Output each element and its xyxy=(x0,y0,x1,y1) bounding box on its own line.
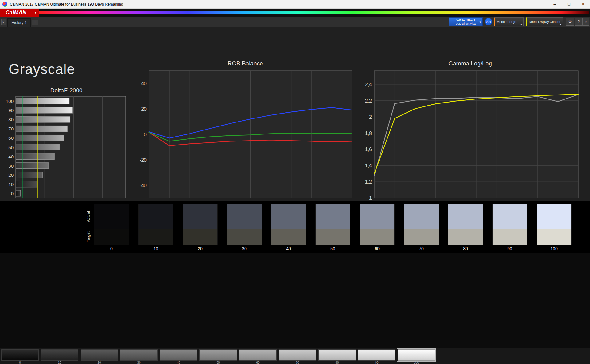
logo-dropdown-arrow-icon[interactable]: ▼ xyxy=(32,9,39,17)
gamma-chart: Gamma Log/Log 010203040506070809010011,2… xyxy=(360,60,580,208)
grayscale-swatch-strip: Actual Target 0102030405060708090100 xyxy=(0,201,590,253)
swatch-actual xyxy=(404,204,439,229)
pattern-level-label: 10 xyxy=(41,361,78,364)
grayscale-swatch-60 xyxy=(360,204,395,245)
svg-text:0: 0 xyxy=(11,191,14,196)
source-dropdown[interactable]: Mobile Forge ▼ xyxy=(494,17,524,26)
source-label: Mobile Forge xyxy=(497,20,516,24)
grayscale-swatch-20 xyxy=(183,204,218,245)
pattern-button-40[interactable] xyxy=(160,349,197,361)
swatch-target xyxy=(139,229,173,245)
pattern-button-100[interactable] xyxy=(398,349,435,361)
history-expand-icon[interactable]: ▸ xyxy=(1,19,6,25)
chevron-down-icon: ▼ xyxy=(479,21,482,24)
pattern-button-70[interactable] xyxy=(279,349,316,361)
pattern-button-90[interactable] xyxy=(358,349,395,361)
brand-strip: CalMAN ▼ xyxy=(0,9,590,17)
grayscale-swatch-50 xyxy=(315,204,350,245)
svg-text:1,2: 1,2 xyxy=(365,179,372,184)
calman-logo[interactable]: CalMAN xyxy=(0,9,32,17)
pattern-bar: 0102030405060708090100 ◉▶▦∞ «Back Next» xyxy=(0,348,590,364)
pattern-level-label: 60 xyxy=(239,361,277,364)
pattern-button-20[interactable] xyxy=(81,349,118,361)
swatch-level-label: 30 xyxy=(227,246,262,251)
grayscale-swatch-80 xyxy=(448,204,483,245)
svg-text:1: 1 xyxy=(369,196,372,201)
swatch-level-label: 0 xyxy=(94,246,129,251)
swatch-actual xyxy=(227,204,262,229)
svg-text:1,8: 1,8 xyxy=(365,131,372,136)
grayscale-swatch-90 xyxy=(492,204,527,245)
svg-text:70: 70 xyxy=(8,126,14,131)
svg-text:30: 30 xyxy=(8,163,14,168)
svg-text:2: 2 xyxy=(369,114,372,120)
pattern-level-label: 50 xyxy=(199,361,237,364)
meter-status-badge: 229 xyxy=(485,18,492,25)
close-icon[interactable]: × xyxy=(583,18,589,26)
maximize-button[interactable]: □ xyxy=(562,0,576,9)
swatch-level-label: 20 xyxy=(183,246,218,251)
deltae-plot-area: 024681012141009080706050403020100 xyxy=(2,95,130,208)
display-control-dropdown[interactable]: Direct Display Control ▼ xyxy=(526,17,563,26)
pattern-level-label: 40 xyxy=(160,361,197,364)
swatch-actual xyxy=(537,204,571,229)
pattern-button-50[interactable] xyxy=(199,349,237,361)
swatch-target xyxy=(227,229,262,245)
grayscale-swatch-70 xyxy=(404,204,439,245)
svg-text:90: 90 xyxy=(8,108,14,113)
close-window-button[interactable]: × xyxy=(576,0,590,9)
main-panel: Grayscale DeltaE 2000 024681012141009080… xyxy=(0,27,590,201)
pattern-button-30[interactable] xyxy=(120,349,158,361)
swatch-target xyxy=(537,229,571,245)
swatch-level-label: 60 xyxy=(360,246,395,251)
swatch-level-label: 50 xyxy=(315,246,350,251)
meter-dropdown[interactable]: X-Rite i1Pro 2 LCD Direct View ▼ xyxy=(449,17,483,26)
swatch-level-label: 100 xyxy=(537,246,572,251)
pattern-level-label: 80 xyxy=(318,361,356,364)
bottom-panel: Current Reading x: 0,2998y: 0,3131fL: 13… xyxy=(0,253,590,348)
swatch-target xyxy=(493,229,527,245)
target-row-label: Target xyxy=(86,229,92,245)
gear-icon[interactable]: ⚙ xyxy=(566,18,574,26)
swatch-actual xyxy=(271,204,306,229)
swatch-target xyxy=(404,229,439,245)
app-icon xyxy=(2,2,7,7)
svg-text:40: 40 xyxy=(8,154,14,159)
meter-mode: LCD Direct View xyxy=(449,22,482,25)
pattern-button-0[interactable] xyxy=(1,349,39,361)
svg-text:80: 80 xyxy=(8,117,14,122)
swatch-target xyxy=(360,229,394,245)
rgb-plot-area: 010203040506070809010040200-20-40 xyxy=(135,68,355,208)
pattern-button-60[interactable] xyxy=(239,349,277,361)
add-tab-button[interactable]: + xyxy=(32,20,38,25)
pattern-button-10[interactable] xyxy=(41,349,78,361)
rgb-chart-title: RGB Balance xyxy=(135,60,355,68)
swatch-actual xyxy=(139,204,173,229)
tab-bar: ▸ History 1 + X-Rite i1Pro 2 LCD Direct … xyxy=(0,17,590,27)
swatch-actual xyxy=(493,204,527,229)
swatch-target xyxy=(316,229,350,245)
grayscale-swatch-10 xyxy=(138,204,173,245)
grayscale-swatch-40 xyxy=(271,204,306,245)
svg-text:-20: -20 xyxy=(140,157,147,163)
svg-text:0: 0 xyxy=(144,132,147,137)
svg-text:2,2: 2,2 xyxy=(365,98,372,103)
gamma-plot-area: 010203040506070809010011,21,41,61,822,22… xyxy=(360,68,580,208)
help-icon[interactable]: ? xyxy=(575,18,583,26)
swatch-target xyxy=(94,229,129,245)
pattern-level-label: 100 xyxy=(398,361,435,364)
deltae-chart: DeltaE 2000 0246810121410090807060504030… xyxy=(2,87,130,208)
pattern-button-80[interactable] xyxy=(318,349,356,361)
page-title: Grayscale xyxy=(9,61,75,77)
svg-text:1,6: 1,6 xyxy=(365,147,372,152)
svg-text:20: 20 xyxy=(141,106,147,112)
tab-history-1[interactable]: History 1 xyxy=(7,18,31,27)
minimize-button[interactable]: – xyxy=(548,0,562,9)
svg-text:1,4: 1,4 xyxy=(365,163,372,168)
meter-name: X-Rite i1Pro 2 xyxy=(449,18,482,22)
swatch-actual xyxy=(448,204,483,229)
window-title: CalMAN 2017 CalMAN Ultimate for Business… xyxy=(10,0,123,9)
svg-text:40: 40 xyxy=(141,81,147,86)
pattern-level-label: 30 xyxy=(120,361,158,364)
swatch-actual xyxy=(94,204,129,229)
